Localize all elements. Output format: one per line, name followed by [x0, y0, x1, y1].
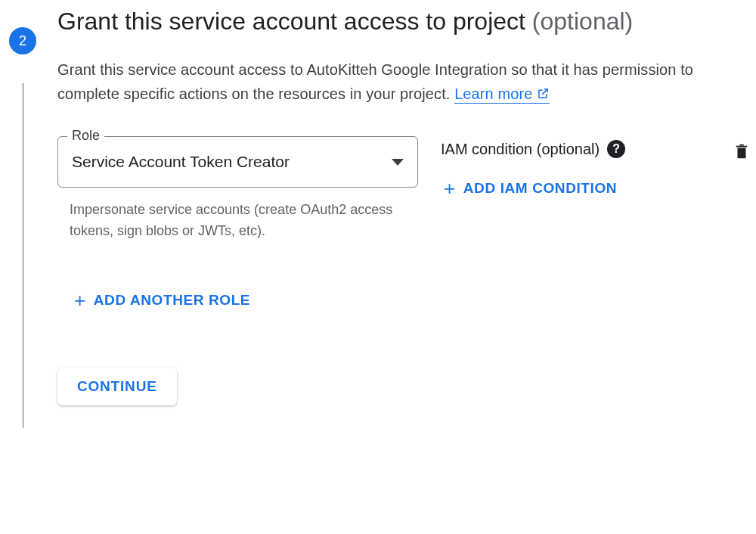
- add-another-role-label: ADD ANOTHER ROLE: [94, 292, 250, 309]
- plus-icon: +: [74, 290, 86, 310]
- plus-icon: +: [444, 179, 456, 198]
- chevron-down-icon: [392, 159, 404, 166]
- step-number: 2: [19, 33, 26, 49]
- add-another-role-button[interactable]: + ADD ANOTHER ROLE: [71, 284, 253, 316]
- step-indicator-column: 2: [0, 6, 45, 428]
- step-connector-line: [23, 83, 23, 428]
- add-iam-condition-button[interactable]: + ADD IAM CONDITION: [441, 172, 620, 204]
- role-select-label: Role: [67, 128, 104, 144]
- role-helper-text: Impersonate service accounts (create OAu…: [57, 200, 418, 242]
- iam-condition-header: IAM condition (optional) ?: [441, 140, 625, 158]
- role-select[interactable]: Role Service Account Token Creator: [57, 136, 418, 188]
- step-description: Grant this service account access to Aut…: [57, 57, 751, 106]
- step-number-badge: 2: [9, 27, 36, 54]
- external-link-icon: [537, 82, 550, 107]
- learn-more-link[interactable]: Learn more: [454, 85, 550, 104]
- description-text: Grant this service account access to Aut…: [57, 61, 693, 102]
- iam-condition-label: IAM condition (optional): [441, 141, 600, 158]
- add-iam-condition-label: ADD IAM CONDITION: [463, 180, 617, 197]
- step-title: Grant this service account access to pro…: [57, 8, 525, 35]
- trash-icon[interactable]: [733, 142, 750, 160]
- help-icon[interactable]: ?: [607, 140, 625, 158]
- continue-button[interactable]: CONTINUE: [57, 368, 177, 405]
- step-heading: Grant this service account access to pro…: [57, 6, 751, 36]
- role-select-value: Service Account Token Creator: [72, 153, 392, 171]
- step-optional-label: (optional): [532, 8, 633, 35]
- continue-label: CONTINUE: [77, 378, 157, 394]
